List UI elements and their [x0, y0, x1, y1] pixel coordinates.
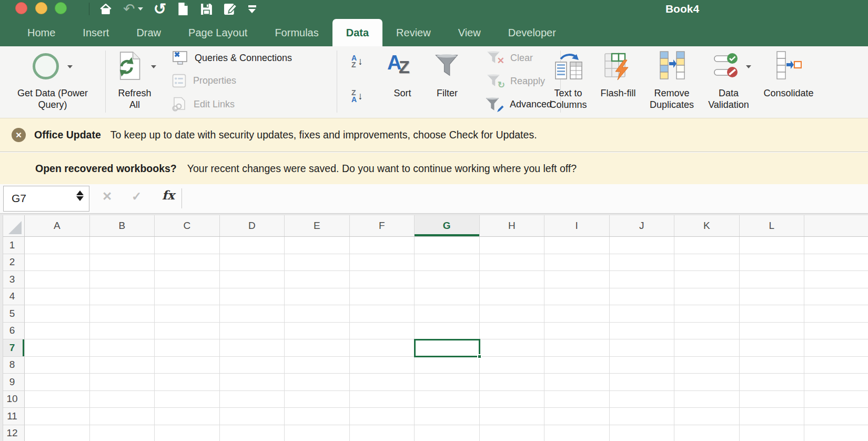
grid-cell[interactable]: [220, 425, 285, 441]
grid-cell[interactable]: [415, 254, 480, 272]
grid-cell[interactable]: [544, 254, 610, 272]
grid-cell[interactable]: [610, 237, 675, 254]
sort-descending-button[interactable]: ZA ↓: [351, 89, 363, 103]
grid-cell-partial[interactable]: [804, 271, 868, 288]
grid-cell[interactable]: [480, 339, 545, 357]
grid-cell-partial[interactable]: [804, 391, 868, 408]
grid-cell[interactable]: [674, 425, 740, 441]
zoom-window-button[interactable]: [55, 2, 67, 14]
grid-cell[interactable]: [220, 408, 285, 425]
grid-cell[interactable]: [674, 305, 740, 323]
grid-cell[interactable]: [90, 288, 155, 306]
grid-cell-partial[interactable]: [804, 237, 868, 254]
grid-cell[interactable]: [350, 254, 415, 272]
row-header-2[interactable]: 2: [0, 254, 25, 272]
confirm-entry-icon[interactable]: ✓: [132, 189, 142, 204]
get-data-dropdown-caret[interactable]: [67, 65, 73, 68]
row-header-9[interactable]: 9: [0, 374, 25, 391]
grid-cell[interactable]: [480, 374, 545, 391]
grid-cell[interactable]: [740, 391, 805, 408]
column-header-k[interactable]: K: [674, 215, 740, 236]
grid-cell[interactable]: [155, 288, 220, 306]
sort-ascending-button[interactable]: AZ ↓: [351, 55, 363, 68]
grid-cell[interactable]: [90, 374, 155, 391]
grid-cell[interactable]: [285, 323, 350, 340]
grid-cell[interactable]: [674, 323, 740, 340]
grid-cell[interactable]: [285, 357, 350, 374]
grid-cell[interactable]: [25, 391, 90, 408]
grid-cell[interactable]: [674, 271, 740, 288]
row-header-3[interactable]: 3: [0, 271, 25, 288]
grid-cell[interactable]: [674, 408, 740, 425]
grid-cell-partial[interactable]: [804, 305, 868, 323]
grid-cell[interactable]: [285, 237, 350, 254]
grid-cell[interactable]: [155, 271, 220, 288]
column-header-f[interactable]: F: [350, 215, 415, 236]
grid-cell[interactable]: [155, 339, 220, 357]
grid-cell[interactable]: [480, 357, 545, 374]
properties-button[interactable]: Properties: [172, 74, 236, 88]
grid-cell[interactable]: [25, 288, 90, 306]
grid-cell[interactable]: [610, 374, 675, 391]
grid-cell[interactable]: [90, 391, 155, 408]
grid-cell[interactable]: [740, 271, 805, 288]
row-header-10[interactable]: 10: [0, 391, 25, 408]
grid-cell[interactable]: [350, 374, 415, 391]
grid-cell[interactable]: [415, 408, 480, 425]
grid-cell[interactable]: [90, 237, 155, 254]
grid-cell[interactable]: [220, 271, 285, 288]
grid-cell[interactable]: [220, 305, 285, 323]
grid-cell[interactable]: [350, 391, 415, 408]
grid-cell[interactable]: [90, 339, 155, 357]
grid-cell[interactable]: [610, 254, 675, 272]
tab-developer[interactable]: Developer: [494, 19, 570, 46]
grid-cell[interactable]: [674, 357, 740, 374]
grid-cell[interactable]: [155, 237, 220, 254]
grid-cell[interactable]: [544, 391, 610, 408]
grid-cell[interactable]: [285, 271, 350, 288]
grid-cell[interactable]: [610, 271, 675, 288]
grid-cell[interactable]: [610, 408, 675, 425]
grid-cell[interactable]: [544, 323, 610, 340]
clear-filter-button[interactable]: ✕ Clear: [487, 51, 533, 65]
row-header-11[interactable]: 11: [0, 408, 25, 425]
spinner-up-icon[interactable]: [76, 191, 84, 195]
refresh-all-dropdown-caret[interactable]: [151, 65, 156, 68]
grid-cell[interactable]: [25, 339, 90, 357]
grid-cell[interactable]: [480, 288, 545, 306]
grid-cell[interactable]: [285, 391, 350, 408]
grid-cell[interactable]: [155, 305, 220, 323]
grid-cell[interactable]: [90, 425, 155, 441]
grid-cell[interactable]: [740, 305, 805, 323]
grid-cell[interactable]: [155, 254, 220, 272]
new-document-icon[interactable]: [177, 2, 189, 16]
grid-cell[interactable]: [350, 425, 415, 441]
grid-cell[interactable]: [25, 374, 90, 391]
column-header-e[interactable]: E: [285, 215, 350, 236]
grid-cell[interactable]: [220, 323, 285, 340]
grid-cell[interactable]: [544, 425, 610, 441]
grid-cell[interactable]: [610, 305, 675, 323]
grid-cell[interactable]: [415, 323, 480, 340]
grid-cell[interactable]: [480, 391, 545, 408]
grid-cell[interactable]: [544, 288, 610, 306]
grid-cell[interactable]: [480, 254, 545, 272]
grid-cell[interactable]: [480, 237, 545, 254]
name-box-spinner[interactable]: [76, 189, 84, 202]
grid-cell[interactable]: [740, 288, 805, 306]
column-header-c[interactable]: C: [155, 215, 220, 236]
grid-cell[interactable]: [285, 408, 350, 425]
row-header-5[interactable]: 5: [0, 305, 25, 323]
grid-cell[interactable]: [544, 237, 610, 254]
grid-cell[interactable]: [155, 391, 220, 408]
grid-cell[interactable]: [415, 391, 480, 408]
grid-cell[interactable]: [220, 374, 285, 391]
grid-cell[interactable]: [25, 408, 90, 425]
grid-cell[interactable]: [220, 357, 285, 374]
grid-cell[interactable]: [740, 357, 805, 374]
grid-cell[interactable]: [610, 391, 675, 408]
row-header-6[interactable]: 6: [0, 323, 25, 340]
grid-cell[interactable]: [480, 323, 545, 340]
column-header-b[interactable]: B: [90, 215, 155, 236]
grid-cell[interactable]: [740, 323, 805, 340]
